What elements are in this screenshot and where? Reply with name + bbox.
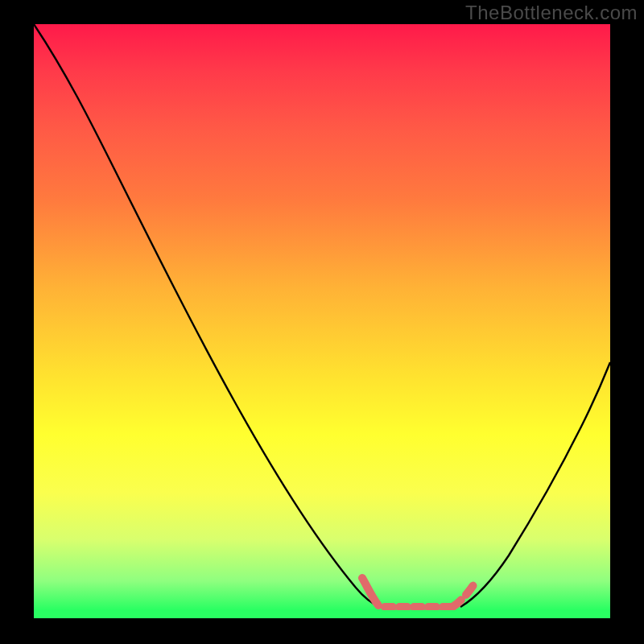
curve-overlay: [34, 24, 610, 610]
plot-area: [34, 24, 610, 610]
watermark-text: TheBottleneck.com: [465, 2, 638, 24]
chart-frame: TheBottleneck.com: [0, 0, 644, 644]
bottleneck-curve-left: [34, 24, 380, 607]
bottleneck-curve-right: [460, 362, 610, 607]
sweet-spot-right-cap: [452, 583, 475, 607]
bottom-green-strip: [34, 610, 610, 618]
